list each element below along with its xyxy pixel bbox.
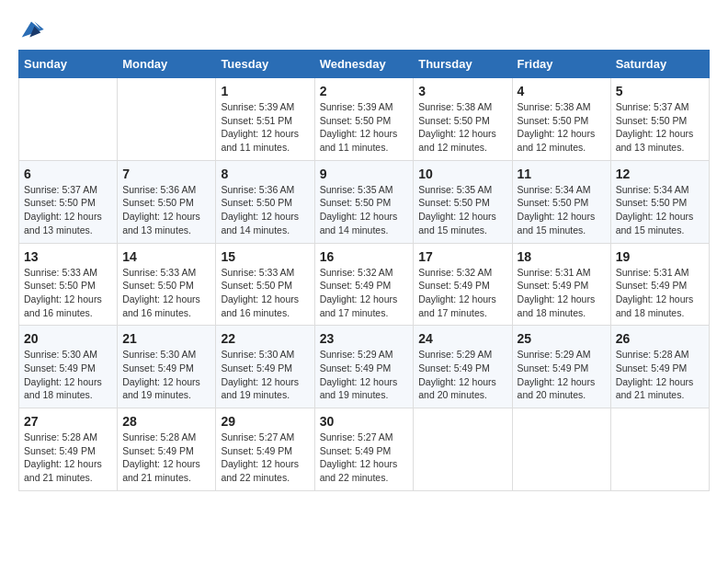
sunset-text: Sunset: 5:49 PM — [518, 362, 606, 375]
calendar-cell: 9 Sunrise: 5:35 AM Sunset: 5:50 PM Dayli… — [314, 160, 414, 243]
header-day-monday: Monday — [118, 51, 216, 78]
daylight-text: Daylight: 12 hours and 19 minutes. — [320, 375, 409, 402]
day-number: 18 — [518, 249, 606, 264]
day-info: Sunrise: 5:29 AM Sunset: 5:49 PM Dayligh… — [418, 348, 506, 402]
daylight-text: Daylight: 12 hours and 14 minutes. — [221, 210, 309, 236]
day-info: Sunrise: 5:37 AM Sunset: 5:50 PM Dayligh… — [616, 100, 704, 155]
day-info: Sunrise: 5:36 AM Sunset: 5:50 PM Dayligh… — [221, 183, 309, 237]
day-info: Sunrise: 5:30 AM Sunset: 5:49 PM Dayligh… — [122, 348, 210, 402]
daylight-text: Daylight: 12 hours and 20 minutes. — [418, 375, 506, 402]
sunset-text: Sunset: 5:49 PM — [518, 279, 606, 293]
sunset-text: Sunset: 5:50 PM — [221, 196, 309, 210]
sunset-text: Sunset: 5:49 PM — [418, 362, 506, 375]
daylight-text: Daylight: 12 hours and 15 minutes. — [518, 210, 606, 236]
sunrise-text: Sunrise: 5:30 AM — [221, 348, 309, 362]
day-number: 8 — [221, 167, 309, 181]
sunrise-text: Sunrise: 5:34 AM — [616, 183, 704, 197]
sunset-text: Sunset: 5:49 PM — [320, 444, 409, 458]
day-number: 28 — [122, 414, 210, 429]
day-number: 20 — [24, 331, 112, 346]
daylight-text: Daylight: 12 hours and 13 minutes. — [24, 210, 112, 236]
daylight-text: Daylight: 12 hours and 22 minutes. — [221, 457, 309, 484]
sunset-text: Sunset: 5:50 PM — [122, 196, 210, 210]
day-info: Sunrise: 5:27 AM Sunset: 5:49 PM Dayligh… — [221, 431, 309, 485]
day-info: Sunrise: 5:33 AM Sunset: 5:50 PM Dayligh… — [24, 266, 112, 320]
day-info: Sunrise: 5:39 AM Sunset: 5:51 PM Dayligh… — [221, 100, 309, 155]
sunset-text: Sunset: 5:50 PM — [616, 114, 704, 128]
daylight-text: Daylight: 12 hours and 13 minutes. — [122, 210, 210, 236]
day-info: Sunrise: 5:32 AM Sunset: 5:49 PM Dayligh… — [320, 266, 409, 320]
calendar-cell: 12 Sunrise: 5:34 AM Sunset: 5:50 PM Dayl… — [610, 160, 709, 243]
calendar-cell — [512, 408, 610, 491]
daylight-text: Daylight: 12 hours and 16 minutes. — [24, 293, 112, 319]
week-row-4: 27 Sunrise: 5:28 AM Sunset: 5:49 PM Dayl… — [19, 408, 710, 491]
calendar-cell: 24 Sunrise: 5:29 AM Sunset: 5:49 PM Dayl… — [414, 326, 512, 408]
daylight-text: Daylight: 12 hours and 17 minutes. — [418, 293, 506, 319]
sunrise-text: Sunrise: 5:29 AM — [418, 348, 506, 362]
day-info: Sunrise: 5:30 AM Sunset: 5:49 PM Dayligh… — [221, 348, 309, 402]
calendar-cell: 11 Sunrise: 5:34 AM Sunset: 5:50 PM Dayl… — [512, 160, 610, 243]
sunrise-text: Sunrise: 5:32 AM — [418, 266, 506, 280]
daylight-text: Daylight: 12 hours and 21 minutes. — [24, 457, 112, 484]
day-number: 23 — [320, 331, 409, 346]
day-number: 14 — [122, 249, 210, 264]
logo-icon — [18, 18, 44, 40]
day-number: 9 — [320, 167, 409, 181]
sunrise-text: Sunrise: 5:35 AM — [320, 183, 409, 197]
sunrise-text: Sunrise: 5:36 AM — [122, 183, 210, 197]
day-info: Sunrise: 5:35 AM Sunset: 5:50 PM Dayligh… — [418, 183, 506, 237]
header-day-wednesday: Wednesday — [314, 51, 414, 78]
sunrise-text: Sunrise: 5:38 AM — [418, 100, 506, 114]
day-number: 25 — [518, 331, 606, 346]
day-number: 11 — [518, 167, 606, 181]
sunset-text: Sunset: 5:50 PM — [616, 196, 704, 210]
sunset-text: Sunset: 5:49 PM — [24, 362, 112, 375]
calendar-cell: 25 Sunrise: 5:29 AM Sunset: 5:49 PM Dayl… — [512, 326, 610, 408]
sunset-text: Sunset: 5:50 PM — [518, 114, 606, 128]
daylight-text: Daylight: 12 hours and 18 minutes. — [616, 293, 704, 319]
sunrise-text: Sunrise: 5:39 AM — [320, 100, 409, 114]
sunrise-text: Sunrise: 5:32 AM — [320, 266, 409, 280]
sunset-text: Sunset: 5:50 PM — [320, 114, 409, 128]
day-number: 10 — [418, 167, 506, 181]
sunrise-text: Sunrise: 5:31 AM — [616, 266, 704, 280]
calendar-cell: 17 Sunrise: 5:32 AM Sunset: 5:49 PM Dayl… — [414, 243, 512, 326]
calendar-cell: 28 Sunrise: 5:28 AM Sunset: 5:49 PM Dayl… — [118, 408, 216, 491]
sunset-text: Sunset: 5:50 PM — [320, 196, 409, 210]
day-number: 5 — [616, 84, 704, 98]
daylight-text: Daylight: 12 hours and 16 minutes. — [221, 293, 309, 319]
calendar-cell: 29 Sunrise: 5:27 AM Sunset: 5:49 PM Dayl… — [216, 408, 314, 491]
sunrise-text: Sunrise: 5:34 AM — [518, 183, 606, 197]
daylight-text: Daylight: 12 hours and 15 minutes. — [418, 210, 506, 236]
day-info: Sunrise: 5:29 AM Sunset: 5:49 PM Dayligh… — [320, 348, 409, 402]
daylight-text: Daylight: 12 hours and 12 minutes. — [518, 127, 606, 154]
sunset-text: Sunset: 5:50 PM — [221, 279, 309, 293]
calendar-cell: 14 Sunrise: 5:33 AM Sunset: 5:50 PM Dayl… — [118, 243, 216, 326]
calendar-cell: 16 Sunrise: 5:32 AM Sunset: 5:49 PM Dayl… — [314, 243, 414, 326]
day-number: 6 — [24, 167, 112, 181]
sunrise-text: Sunrise: 5:27 AM — [320, 431, 409, 444]
calendar-cell — [610, 408, 709, 491]
daylight-text: Daylight: 12 hours and 13 minutes. — [616, 127, 704, 154]
day-info: Sunrise: 5:34 AM Sunset: 5:50 PM Dayligh… — [518, 183, 606, 237]
day-info: Sunrise: 5:28 AM Sunset: 5:49 PM Dayligh… — [122, 431, 210, 485]
sunset-text: Sunset: 5:49 PM — [221, 444, 309, 458]
calendar-cell: 22 Sunrise: 5:30 AM Sunset: 5:49 PM Dayl… — [216, 326, 314, 408]
day-number: 29 — [221, 414, 309, 429]
sunset-text: Sunset: 5:49 PM — [616, 279, 704, 293]
calendar-cell: 20 Sunrise: 5:30 AM Sunset: 5:49 PM Dayl… — [19, 326, 118, 408]
header-day-thursday: Thursday — [414, 51, 512, 78]
daylight-text: Daylight: 12 hours and 11 minutes. — [320, 127, 409, 154]
day-info: Sunrise: 5:33 AM Sunset: 5:50 PM Dayligh… — [122, 266, 210, 320]
logo — [18, 18, 48, 40]
sunrise-text: Sunrise: 5:33 AM — [24, 266, 112, 280]
day-number: 27 — [24, 414, 112, 429]
header-day-tuesday: Tuesday — [216, 51, 314, 78]
sunset-text: Sunset: 5:49 PM — [122, 444, 210, 458]
day-number: 19 — [616, 249, 704, 264]
sunset-text: Sunset: 5:49 PM — [320, 279, 409, 293]
daylight-text: Daylight: 12 hours and 17 minutes. — [320, 293, 409, 319]
sunrise-text: Sunrise: 5:28 AM — [24, 431, 112, 444]
sunrise-text: Sunrise: 5:31 AM — [518, 266, 606, 280]
calendar-cell: 19 Sunrise: 5:31 AM Sunset: 5:49 PM Dayl… — [610, 243, 709, 326]
